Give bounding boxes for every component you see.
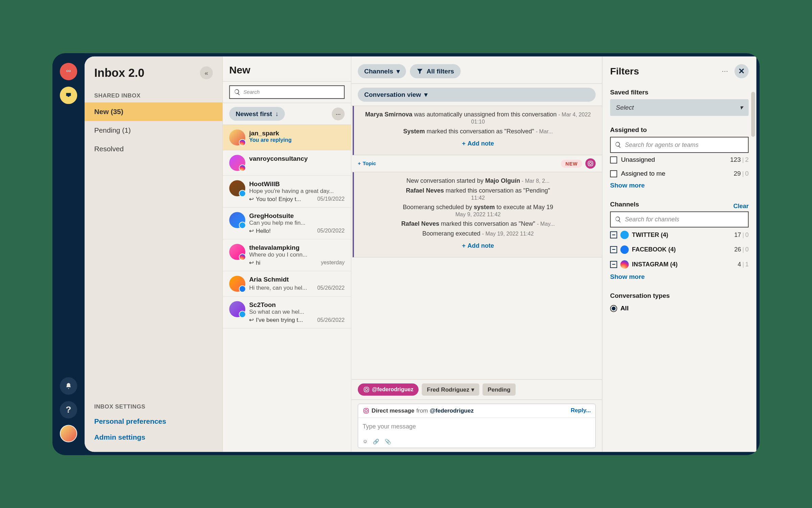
scrollbar[interactable] — [751, 92, 755, 137]
facebook-badge-icon — [239, 285, 246, 292]
agent-search-input[interactable]: Search for agents or teams — [610, 137, 748, 153]
show-more-link[interactable]: Show more — [610, 180, 748, 190]
channel-search-input[interactable]: Search for channels — [610, 211, 748, 227]
plus-icon: + — [462, 140, 466, 147]
chevron-down-icon: ▾ — [471, 386, 474, 393]
sidebar-item-new[interactable]: New (35) — [85, 102, 223, 121]
channel-filter-twitter[interactable]: TWITTER (4) 17|0 — [610, 227, 748, 242]
conv-date: 05/19/2022 — [317, 196, 345, 202]
all-filters-button[interactable]: All filters — [410, 64, 460, 78]
close-filters-button[interactable]: ✕ — [735, 64, 749, 78]
plus-icon: + — [358, 160, 361, 166]
new-badge: NEW — [561, 159, 582, 168]
chevron-down-icon: ▾ — [740, 104, 743, 111]
status-dropdown[interactable]: Pending — [482, 383, 516, 395]
conv-reply-text: Hello! — [256, 227, 271, 234]
conversation-item[interactable]: thelavalampking Where do you I conn... ↩… — [223, 239, 351, 271]
logo-owl-icon[interactable] — [60, 63, 77, 80]
compose-textarea[interactable]: Type your message — [358, 418, 595, 435]
sidebar-item-pending[interactable]: Pending (1) — [85, 121, 223, 139]
type-all-radio[interactable]: All — [610, 303, 748, 314]
personal-preferences-link[interactable]: Personal preferences — [85, 413, 223, 429]
svg-rect-8 — [364, 408, 368, 413]
conversation-handle-pill[interactable]: @federodriguez — [358, 383, 419, 395]
checkbox[interactable] — [610, 156, 617, 163]
twitter-badge-icon — [239, 222, 246, 229]
more-options-button[interactable]: ⋯ — [332, 107, 345, 120]
conversation-item[interactable]: HootWillB Hope you're having a great day… — [223, 176, 351, 207]
collapse-sidebar-button[interactable]: « — [200, 66, 213, 79]
conv-reply-text: hi — [256, 259, 260, 266]
collapse-toggle[interactable] — [610, 261, 617, 268]
help-icon[interactable]: ? — [60, 401, 77, 418]
add-topic-button[interactable]: +Topic — [358, 160, 376, 166]
saved-filters-dropdown[interactable]: Select ▾ — [610, 99, 748, 116]
instagram-badge-icon — [239, 253, 246, 261]
admin-settings-link[interactable]: Admin settings — [85, 429, 223, 445]
filters-more-button[interactable]: ⋯ — [718, 64, 732, 78]
avatar — [229, 129, 246, 146]
count: 123 — [730, 156, 741, 163]
channels-label: Channels — [364, 67, 393, 75]
inbox-sidebar: Inbox 2.0 « SHARED INBOX New (35) Pendin… — [85, 56, 223, 452]
collapse-toggle[interactable] — [610, 231, 617, 238]
activity-timestamp: 11:42 — [471, 195, 485, 201]
channel-filter-facebook[interactable]: FACEBOOK (4) 26|0 — [610, 242, 748, 257]
bell-icon[interactable] — [60, 377, 77, 394]
activity-text: marked this conversation as "New" — [439, 220, 537, 227]
add-note-button[interactable]: +Add note — [360, 137, 595, 150]
assignee-dropdown[interactable]: Fred Rodriguez ▾ — [422, 383, 479, 395]
from-handle: @federodriguez — [430, 407, 474, 414]
handle-text: @federodriguez — [372, 386, 413, 393]
emoji-icon[interactable]: ☺ — [363, 438, 368, 444]
filter-assigned-to-me[interactable]: Assigned to me 29|0 — [610, 167, 748, 180]
filter-unassigned[interactable]: Unassigned 123|2 — [610, 153, 748, 167]
facebook-icon — [621, 245, 629, 254]
show-more-link[interactable]: Show more — [610, 272, 748, 282]
twitter-badge-icon — [239, 190, 246, 197]
inbox-nav-icon[interactable] — [60, 87, 77, 104]
reply-section: @federodriguez Fred Rodriguez ▾ Pending — [352, 379, 602, 452]
add-note-button[interactable]: +Add note — [360, 240, 595, 252]
activity-block: Marya Smirnova was automatically unassig… — [353, 106, 602, 155]
reply-arrow-icon: ↩ — [249, 316, 254, 324]
sort-dropdown[interactable]: Newest first ↓ — [229, 107, 285, 120]
activity-timestamp: - Mar 8, 2... — [520, 178, 549, 184]
conversation-item[interactable]: jan_spark You are replying — [223, 125, 351, 150]
status-label: Pending — [488, 386, 510, 393]
attachment-icon[interactable]: 📎 — [385, 438, 391, 444]
channels-dropdown[interactable]: Channels ▾ — [358, 64, 406, 78]
link-icon[interactable]: 🔗 — [373, 438, 379, 444]
search-input[interactable]: Search — [229, 85, 345, 99]
twitter-badge-icon — [239, 311, 246, 318]
chevron-down-icon: ▾ — [397, 67, 400, 75]
collapse-toggle[interactable] — [610, 246, 617, 253]
avatar — [229, 180, 246, 196]
radio-button[interactable] — [610, 305, 617, 312]
conversation-item[interactable]: vanroyconsultancy — [223, 150, 351, 176]
channel-name: TWITTER (4) — [632, 231, 668, 238]
conversation-item[interactable]: Aria Schmidt Hi there, can you hel... 05… — [223, 271, 351, 296]
shared-inbox-label: SHARED INBOX — [85, 89, 223, 102]
conversation-item[interactable]: GregHootsuite Can you help me fin... ↩He… — [223, 207, 351, 239]
conv-date: 05/26/2022 — [317, 317, 345, 323]
conversation-item[interactable]: Sc2Toon So what can we hel... ↩I've been… — [223, 296, 351, 328]
user-avatar[interactable] — [60, 425, 77, 442]
instagram-badge-icon — [239, 139, 246, 146]
conv-reply-text: You too! Enjoy t... — [256, 196, 301, 202]
svg-point-9 — [365, 410, 367, 412]
reply-type-dropdown[interactable]: Reply... — [571, 407, 591, 414]
clear-channels-link[interactable]: Clear — [734, 202, 749, 209]
reply-arrow-icon: ↩ — [249, 196, 254, 203]
count: 26 — [734, 246, 741, 253]
reply-arrow-icon: ↩ — [249, 259, 254, 266]
conversation-view-dropdown[interactable]: Conversation view ▾ — [358, 87, 596, 102]
checkbox[interactable] — [610, 170, 617, 177]
channel-filter-instagram[interactable]: INSTAGRAM (4) 4|1 — [610, 257, 748, 272]
list-title: New — [223, 56, 351, 81]
avatar — [229, 244, 246, 260]
instagram-channel-icon[interactable] — [585, 158, 595, 168]
instagram-icon — [621, 260, 629, 269]
compose-box: Direct message from @federodriguez Reply… — [358, 403, 596, 448]
sidebar-item-resolved[interactable]: Resolved — [85, 139, 223, 158]
